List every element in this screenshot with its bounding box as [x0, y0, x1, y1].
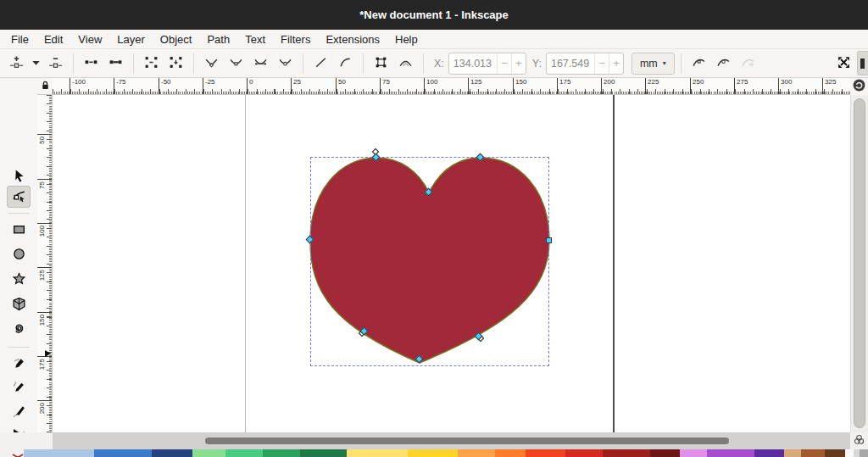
horizontal-scrollbar[interactable]	[53, 432, 850, 449]
color-management-button[interactable]	[850, 432, 868, 449]
palette-swatch[interactable]	[801, 449, 825, 457]
partially-visible-toggle-button[interactable]	[857, 51, 868, 75]
smooth-node-icon	[229, 55, 243, 72]
palette-swatch[interactable]	[754, 449, 785, 457]
x-coordinate-increment-button[interactable]: +	[511, 53, 526, 74]
ellipse-tool-icon	[12, 247, 26, 265]
rectangle-tool[interactable]	[7, 220, 31, 242]
x-coordinate-decrement-button[interactable]: −	[497, 53, 511, 74]
palette-swatch[interactable]	[458, 449, 495, 457]
object-to-path-button[interactable]	[370, 52, 392, 75]
edit-mask-icon	[716, 55, 731, 72]
palette-swatch[interactable]	[845, 449, 854, 457]
toolbar-separator	[133, 53, 134, 74]
palette-swatch[interactable]	[495, 449, 526, 457]
menu-text[interactable]: Text	[237, 31, 273, 47]
pencil-tool[interactable]	[7, 377, 31, 399]
make-auto-smooth-button[interactable]	[274, 52, 297, 75]
ruler-corner[interactable]	[37, 78, 53, 95]
star-tool[interactable]	[7, 270, 31, 292]
menu-view[interactable]: View	[70, 31, 109, 47]
menu-object[interactable]: Object	[153, 31, 200, 47]
h-ruler-label: -100	[70, 78, 86, 94]
palette-swatch[interactable]	[650, 449, 681, 457]
palette-swatch[interactable]	[152, 449, 192, 457]
join-segment-icon	[108, 55, 123, 72]
make-line-button[interactable]	[309, 52, 332, 75]
insert-node-button[interactable]	[5, 52, 28, 75]
stroke-to-path-button[interactable]	[394, 52, 417, 75]
rotation-lock-button[interactable]	[850, 78, 868, 95]
horizontal-ruler[interactable]: -100-75-50-25025507510012515017520022525…	[53, 78, 850, 95]
palette-swatch[interactable]	[225, 449, 263, 457]
menu-path[interactable]: Path	[199, 31, 237, 47]
palette-swatch[interactable]	[825, 449, 845, 457]
palette-swatch[interactable]	[680, 449, 707, 457]
unit-value: mm	[640, 58, 658, 70]
unit-selector-dropdown[interactable]: mm▾	[632, 53, 675, 75]
menu-extensions[interactable]: Extensions	[318, 31, 387, 47]
menu-filters[interactable]: Filters	[273, 31, 318, 47]
palette-swatch[interactable]	[263, 449, 300, 457]
join-nodes-button[interactable]	[80, 52, 103, 75]
palette-swatch[interactable]	[603, 449, 650, 457]
palette-swatch[interactable]	[300, 449, 348, 457]
vertical-ruler[interactable]: 5075100125150175200	[37, 95, 53, 432]
ellipse-tool[interactable]	[7, 244, 31, 266]
y-coordinate-input[interactable]	[547, 53, 594, 74]
palette-swatch[interactable]	[94, 449, 152, 457]
palette-swatch[interactable]	[784, 449, 801, 457]
spiral-tool-icon	[12, 321, 26, 339]
toolbar-separator	[303, 53, 303, 74]
y-coordinate-decrement-button[interactable]: −	[594, 53, 609, 74]
palette-swatch[interactable]	[192, 449, 226, 457]
next-path-effect-button[interactable]	[737, 52, 760, 75]
make-curve-button[interactable]	[334, 52, 357, 75]
menu-edit[interactable]: Edit	[36, 31, 70, 47]
spiral-tool[interactable]	[7, 319, 31, 341]
menu-file[interactable]: File	[3, 31, 36, 47]
h-ruler-label: 300	[778, 78, 792, 94]
horizontal-scrollbar-thumb[interactable]	[205, 437, 729, 444]
palette-swatch[interactable]	[565, 449, 603, 457]
make-symmetric-button[interactable]	[249, 52, 272, 75]
menu-layer[interactable]: Layer	[109, 31, 153, 47]
transform-handles-icon	[837, 55, 851, 72]
palette-swatch[interactable]	[408, 449, 459, 457]
v-ruler-label: 75	[37, 179, 52, 180]
h-ruler-label: 200	[601, 78, 615, 94]
path-node[interactable]	[546, 237, 552, 243]
y-coordinate-increment-button[interactable]: +	[609, 53, 623, 74]
make-corner-button[interactable]	[200, 52, 223, 75]
edit-clip-path-button[interactable]	[687, 52, 710, 75]
menu-help[interactable]: Help	[387, 31, 426, 47]
break-nodes-button[interactable]	[140, 52, 163, 75]
box3d-tool[interactable]	[7, 294, 31, 316]
join-with-segment-button[interactable]	[104, 52, 127, 75]
y-coordinate-label: Y:	[532, 58, 542, 70]
v-ruler-label: 100	[37, 223, 52, 224]
palette-swatch[interactable]	[526, 449, 566, 457]
show-transform-handles-button[interactable]	[832, 52, 855, 75]
palette-swatch[interactable]	[860, 449, 868, 457]
vertical-scrollbar[interactable]	[850, 95, 868, 432]
calligraphy-tool[interactable]	[7, 402, 31, 424]
palette-swatch[interactable]	[347, 449, 407, 457]
delete-segment-button[interactable]	[164, 52, 187, 75]
canvas[interactable]	[53, 95, 850, 432]
vertical-scrollbar-thumb[interactable]	[854, 98, 865, 428]
delete-node-button[interactable]	[44, 52, 67, 75]
pen-tool[interactable]	[7, 354, 31, 376]
edit-mask-button[interactable]	[712, 52, 735, 75]
lock-guides-icon[interactable]	[40, 79, 51, 94]
h-ruler-label: 150	[513, 78, 526, 94]
insert-node-options-button[interactable]	[30, 52, 42, 75]
palette-swatch[interactable]	[707, 449, 754, 457]
palette-swatch[interactable]	[854, 449, 860, 457]
x-coordinate-input[interactable]	[449, 53, 497, 74]
node-tool[interactable]	[7, 186, 31, 208]
no-color-swatch[interactable]	[12, 449, 24, 457]
make-smooth-button[interactable]	[225, 52, 248, 75]
titlebar[interactable]: *New document 1 - Inkscape	[0, 0, 868, 30]
palette-swatch[interactable]	[24, 449, 94, 457]
